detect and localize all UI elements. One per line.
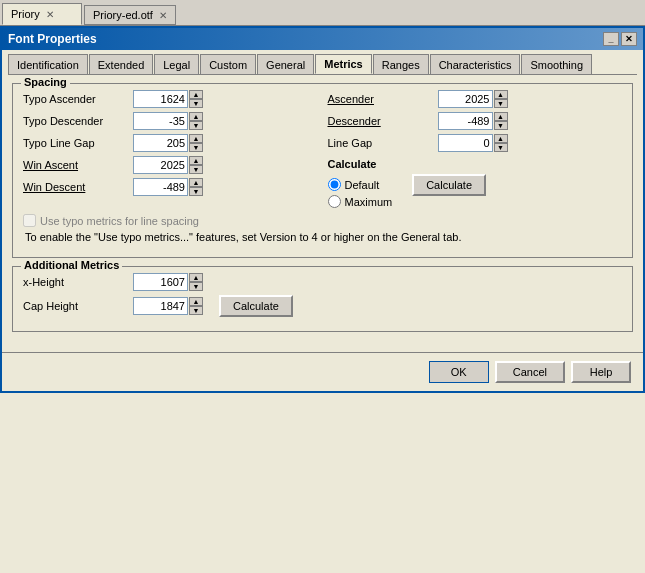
taskbar-tab-priory-ed[interactable]: Priory-ed.otf ✕ <box>84 5 176 25</box>
typo-linegap-input[interactable] <box>133 134 188 152</box>
typo-metrics-checkbox[interactable] <box>23 214 36 227</box>
descender-down[interactable]: ▼ <box>494 121 508 130</box>
descender-spinners: ▲ ▼ <box>494 112 508 130</box>
descender-input[interactable] <box>438 112 493 130</box>
win-ascent-row: Win Ascent ▲ ▼ <box>23 156 318 174</box>
radio-maximum-row[interactable]: Maximum <box>328 195 393 208</box>
x-height-up[interactable]: ▲ <box>189 273 203 282</box>
tab-identification[interactable]: Identification <box>8 54 88 74</box>
linegap-spinners: ▲ ▼ <box>494 134 508 152</box>
calculate-button[interactable]: Calculate <box>412 174 486 196</box>
typo-descender-down[interactable]: ▼ <box>189 121 203 130</box>
win-ascent-input-group: ▲ ▼ <box>133 156 203 174</box>
win-descent-spinners: ▲ ▼ <box>189 178 203 196</box>
typo-ascender-down[interactable]: ▼ <box>189 99 203 108</box>
typo-ascender-up[interactable]: ▲ <box>189 90 203 99</box>
titlebar-buttons: _ ✕ <box>603 32 637 46</box>
typo-metrics-checkbox-row[interactable]: Use typo metrics for line spacing <box>23 214 622 227</box>
info-text: To enable the "Use typo metrics..." feat… <box>25 231 620 243</box>
ascender-row: Ascender ▲ ▼ <box>328 90 623 108</box>
linegap-row: Line Gap ▲ ▼ <box>328 134 623 152</box>
ascender-up[interactable]: ▲ <box>494 90 508 99</box>
typo-ascender-label: Typo Ascender <box>23 93 133 105</box>
cap-height-down[interactable]: ▼ <box>189 306 203 315</box>
ok-button[interactable]: OK <box>429 361 489 383</box>
radio-default-input[interactable] <box>328 178 341 191</box>
radio-maximum-label: Maximum <box>345 196 393 208</box>
linegap-label: Line Gap <box>328 137 438 149</box>
tabs-row: Identification Extended Legal Custom Gen… <box>2 50 643 74</box>
additional-calculate-button[interactable]: Calculate <box>219 295 293 317</box>
win-descent-input[interactable] <box>133 178 188 196</box>
descender-label: Descender <box>328 115 438 127</box>
win-ascent-up[interactable]: ▲ <box>189 156 203 165</box>
radio-maximum-input[interactable] <box>328 195 341 208</box>
win-descent-row: Win Descent ▲ ▼ <box>23 178 318 196</box>
dialog-titlebar: Font Properties _ ✕ <box>2 28 643 50</box>
calculate-section: Calculate Default Maximum <box>328 158 623 208</box>
typo-descender-spinners: ▲ ▼ <box>189 112 203 130</box>
spacing-right-col: Ascender ▲ ▼ Descender <box>328 90 623 208</box>
typo-linegap-label: Typo Line Gap <box>23 137 133 149</box>
win-ascent-down[interactable]: ▼ <box>189 165 203 174</box>
x-height-down[interactable]: ▼ <box>189 282 203 291</box>
close-button[interactable]: ✕ <box>621 32 637 46</box>
typo-linegap-down[interactable]: ▼ <box>189 143 203 152</box>
typo-linegap-input-group: ▲ ▼ <box>133 134 203 152</box>
x-height-spinners: ▲ ▼ <box>189 273 203 291</box>
cap-height-up[interactable]: ▲ <box>189 297 203 306</box>
tab-general[interactable]: General <box>257 54 314 74</box>
x-height-input-group: ▲ ▼ <box>133 273 203 291</box>
additional-metrics-group: Additional Metrics x-Height ▲ ▼ Cap Heig… <box>12 266 633 332</box>
typo-descender-label: Typo Descender <box>23 115 133 127</box>
spacing-left-col: Typo Ascender ▲ ▼ Typo Descender <box>23 90 318 208</box>
radio-default-row[interactable]: Default <box>328 178 393 191</box>
help-button[interactable]: Help <box>571 361 631 383</box>
x-height-label: x-Height <box>23 276 133 288</box>
cap-height-input[interactable] <box>133 297 188 315</box>
descender-up[interactable]: ▲ <box>494 112 508 121</box>
typo-ascender-input-group: ▲ ▼ <box>133 90 203 108</box>
ascender-input[interactable] <box>438 90 493 108</box>
win-descent-input-group: ▲ ▼ <box>133 178 203 196</box>
typo-ascender-row: Typo Ascender ▲ ▼ <box>23 90 318 108</box>
additional-metrics-title: Additional Metrics <box>21 259 122 271</box>
taskbar-tab-priory-ed-close[interactable]: ✕ <box>159 10 167 21</box>
tab-content: Spacing Typo Ascender ▲ ▼ <box>2 75 643 348</box>
typo-ascender-input[interactable] <box>133 90 188 108</box>
win-descent-up[interactable]: ▲ <box>189 178 203 187</box>
linegap-down[interactable]: ▼ <box>494 143 508 152</box>
linegap-up[interactable]: ▲ <box>494 134 508 143</box>
spacing-two-col: Typo Ascender ▲ ▼ Typo Descender <box>23 90 622 208</box>
tab-custom[interactable]: Custom <box>200 54 256 74</box>
font-properties-dialog: Font Properties _ ✕ Identification Exten… <box>0 26 645 393</box>
tab-metrics[interactable]: Metrics <box>315 54 372 74</box>
tab-ranges[interactable]: Ranges <box>373 54 429 74</box>
typo-descender-up[interactable]: ▲ <box>189 112 203 121</box>
win-descent-label: Win Descent <box>23 181 133 193</box>
cap-height-label: Cap Height <box>23 300 133 312</box>
win-ascent-spinners: ▲ ▼ <box>189 156 203 174</box>
tab-extended[interactable]: Extended <box>89 54 153 74</box>
taskbar: Priory ✕ Priory-ed.otf ✕ <box>0 0 645 26</box>
win-descent-down[interactable]: ▼ <box>189 187 203 196</box>
typo-descender-input-group: ▲ ▼ <box>133 112 203 130</box>
linegap-input[interactable] <box>438 134 493 152</box>
descender-input-group: ▲ ▼ <box>438 112 508 130</box>
typo-linegap-up[interactable]: ▲ <box>189 134 203 143</box>
tab-legal[interactable]: Legal <box>154 54 199 74</box>
typo-metrics-label: Use typo metrics for line spacing <box>40 215 199 227</box>
tab-smoothing[interactable]: Smoothing <box>521 54 592 74</box>
minimize-button[interactable]: _ <box>603 32 619 46</box>
linegap-input-group: ▲ ▼ <box>438 134 508 152</box>
ascender-down[interactable]: ▼ <box>494 99 508 108</box>
taskbar-tab-priory[interactable]: Priory ✕ <box>2 3 82 25</box>
taskbar-tab-priory-close[interactable]: ✕ <box>46 9 54 20</box>
spacing-group: Spacing Typo Ascender ▲ ▼ <box>12 83 633 258</box>
tab-characteristics[interactable]: Characteristics <box>430 54 521 74</box>
win-ascent-input[interactable] <box>133 156 188 174</box>
cancel-button[interactable]: Cancel <box>495 361 565 383</box>
typo-descender-input[interactable] <box>133 112 188 130</box>
x-height-input[interactable] <box>133 273 188 291</box>
typo-linegap-row: Typo Line Gap ▲ ▼ <box>23 134 318 152</box>
